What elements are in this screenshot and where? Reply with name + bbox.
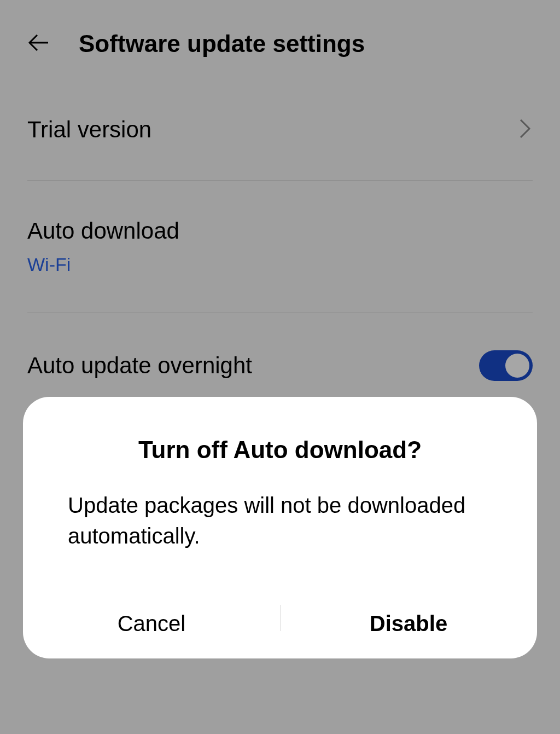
disable-button[interactable]: Disable [280, 588, 537, 658]
button-divider [280, 605, 281, 631]
disable-button-label: Disable [370, 611, 447, 636]
dialog-buttons: Cancel Disable [23, 588, 537, 658]
confirm-dialog: Turn off Auto download? Update packages … [23, 397, 537, 658]
dialog-message: Update packages will not be downloaded a… [23, 490, 537, 588]
cancel-button[interactable]: Cancel [23, 588, 280, 658]
dialog-title: Turn off Auto download? [23, 436, 537, 490]
